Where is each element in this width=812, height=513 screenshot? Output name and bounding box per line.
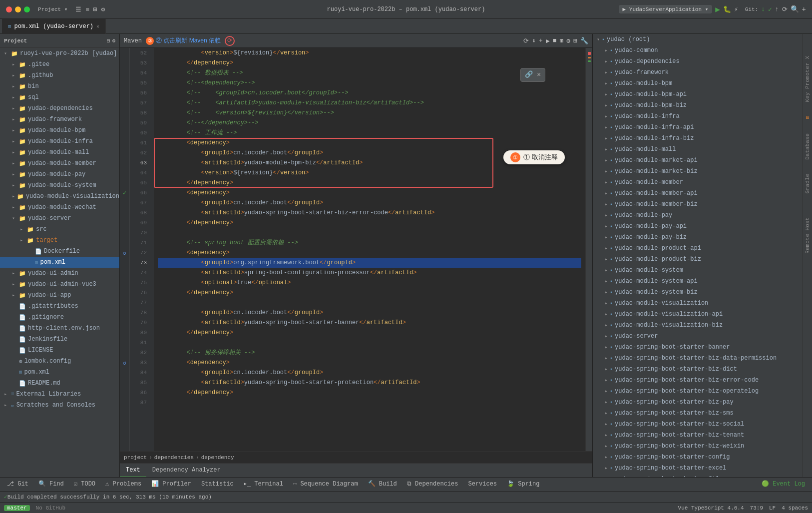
maven-refresh-callout[interactable]: ② ② 点击刷新 Maven 依赖 xyxy=(146,36,221,45)
maven-item-member-api[interactable]: ▸ ▪ yudao-module-member-api xyxy=(593,188,802,199)
maven-item-infra[interactable]: ▸ ▪ yudao-module-infra xyxy=(593,111,802,122)
maven-item-infra-api[interactable]: ▸ ▪ yudao-module-infra-api xyxy=(593,122,802,133)
tree-root[interactable]: ▾ 📁 ruoyi-vue-pro-2022b [yudao] xyxy=(0,48,119,59)
search-button[interactable]: 🔍 xyxy=(791,5,799,13)
maximize-button[interactable] xyxy=(24,6,30,12)
tree-item-wechat[interactable]: ▸ 📁 yudao-module-wechat xyxy=(0,202,119,213)
maven-side-label[interactable]: m xyxy=(804,114,812,121)
git-commit[interactable]: ✓ xyxy=(768,5,772,13)
maven-settings-icon[interactable]: ⚙ xyxy=(566,37,570,45)
maven-item-biz-social[interactable]: ▸ ▪ yudao-spring-boot-starter-biz-social xyxy=(593,419,802,430)
maven-item-deps[interactable]: ▸ ▪ yudao-dependencies xyxy=(593,56,802,67)
collapse-all-icon[interactable]: ⊟ xyxy=(107,37,110,44)
encoding-status[interactable]: LF xyxy=(769,505,776,511)
maven-item-pay-biz[interactable]: ▸ ▪ yudao-module-pay-biz xyxy=(593,232,802,243)
maven-download-icon[interactable]: ⬇ xyxy=(532,37,536,45)
database-side-label[interactable]: Database xyxy=(804,131,812,162)
tool-services[interactable]: Services xyxy=(463,478,502,492)
maven-run-icon[interactable]: ▶ xyxy=(546,37,550,45)
tool-find[interactable]: 🔍 Find xyxy=(33,478,69,492)
maven-item-root[interactable]: ▾ ▪ yudao (root) xyxy=(593,34,802,45)
tree-item-ui-admin-vue3[interactable]: ▸ 📁 yudao-ui-admin-vue3 xyxy=(0,279,119,290)
git-push[interactable]: ↑ xyxy=(775,5,779,13)
popup-link-icon[interactable]: 🔗 xyxy=(525,70,533,80)
tree-item-readme[interactable]: ▸ 📄 README.md xyxy=(0,378,119,389)
typescript-status[interactable]: Vue TypeScript 4.6.4 xyxy=(678,505,744,511)
maven-item-market-biz[interactable]: ▸ ▪ yudao-module-market-biz xyxy=(593,166,802,177)
tree-item-http-client[interactable]: ▸ 📄 http-client.env.json xyxy=(0,323,119,334)
tree-item-src[interactable]: ▸ 📁 src xyxy=(0,224,119,235)
maven-item-bpm-api[interactable]: ▸ ▪ yudao-module-bpm-api xyxy=(593,89,802,100)
tree-item-ui-admin[interactable]: ▸ 📁 yudao-ui-admin xyxy=(0,268,119,279)
tree-item-lombok[interactable]: ▸ ⚙ lombok.config xyxy=(0,356,119,367)
tree-item-system[interactable]: ▸ 📁 yudao-module-system xyxy=(0,180,119,191)
maven-item-bpm[interactable]: ▸ ▪ yudao-module-bpm xyxy=(593,78,802,89)
maven-item-member[interactable]: ▸ ▪ yudao-module-member xyxy=(593,177,802,188)
maven-m-icon[interactable]: m xyxy=(560,37,564,44)
maven-item-biz-error[interactable]: ▸ ▪ yudao-spring-boot-starter-biz-error-… xyxy=(593,375,802,386)
settings-button[interactable]: + xyxy=(802,5,806,13)
tree-item-target[interactable]: ▸ 📁 target xyxy=(0,235,119,246)
maven-item-config[interactable]: ▸ ▪ yudao-spring-boot-starter-config xyxy=(593,452,802,463)
popup-close-icon[interactable]: ✕ xyxy=(537,70,541,80)
tree-item-ui-app[interactable]: ▸ 📁 yudao-ui-app xyxy=(0,290,119,301)
maven-item-viz[interactable]: ▸ ▪ yudao-module-visualization xyxy=(593,298,802,309)
git-update[interactable]: ↓ xyxy=(761,5,765,13)
run-config-dropdown[interactable]: ▶ YudaoServerApplication ▾ xyxy=(619,5,713,13)
tree-item-framework[interactable]: ▸ 📁 yudao-framework xyxy=(0,114,119,125)
tree-item-gitattributes[interactable]: ▸ 📄 .gitattributes xyxy=(0,301,119,312)
tree-item-sql[interactable]: ▸ 📁 sql xyxy=(0,92,119,103)
maven-item-biz-operate[interactable]: ▸ ▪ yudao-spring-boot-starter-biz-operat… xyxy=(593,386,802,397)
tree-item-mall[interactable]: ▸ 📁 yudao-module-mall xyxy=(0,147,119,158)
tab-text[interactable]: Text xyxy=(120,464,146,478)
maven-item-system[interactable]: ▸ ▪ yudao-module-system xyxy=(593,265,802,276)
tree-item-infra[interactable]: ▸ 📁 yudao-module-infra xyxy=(0,136,119,147)
tool-sequence[interactable]: ↔ Sequence Diagram xyxy=(288,478,363,492)
maven-item-server[interactable]: ▸ ▪ yudao-server xyxy=(593,331,802,342)
maven-item-viz-api[interactable]: ▸ ▪ yudao-module-visualization-api xyxy=(593,309,802,320)
tab-dependency-analyzer[interactable]: Dependency Analyzer xyxy=(146,464,227,478)
tree-item-pay[interactable]: ▸ 📁 yudao-module-pay xyxy=(0,169,119,180)
tree-item-visualization[interactable]: ▸ 📁 yudao-module-visualization xyxy=(0,191,119,202)
tool-git[interactable]: ⎇ Git xyxy=(2,478,33,492)
maven-item-excel[interactable]: ▸ ▪ yudao-spring-boot-starter-excel xyxy=(593,463,802,474)
maven-item-system-api[interactable]: ▸ ▪ yudao-module-system-api xyxy=(593,276,802,287)
tree-item-gitignore[interactable]: ▸ 📄 .gitignore xyxy=(0,312,119,323)
tool-todo[interactable]: ☑ TODO xyxy=(69,478,100,492)
maven-item-viz-biz[interactable]: ▸ ▪ yudao-module-visualization-biz xyxy=(593,320,802,331)
maven-expand-icon[interactable]: ⊞ xyxy=(573,37,577,45)
spaces-status[interactable]: 4 spaces xyxy=(782,505,808,511)
maven-item-pay[interactable]: ▸ ▪ yudao-module-pay xyxy=(593,210,802,221)
maven-add-icon[interactable]: + xyxy=(539,37,543,44)
editor-tab-pom[interactable]: m pom.xml (yudao-server) ✕ xyxy=(2,19,106,34)
tool-event-log[interactable]: 🟢 Event Log xyxy=(757,478,810,492)
code-lines[interactable]: ① ① 取消注释 🔗 ✕ <version>${revision}</versi… xyxy=(154,48,585,451)
maven-item-biz-tenant[interactable]: ▸ ▪ yudao-spring-boot-starter-biz-tenant xyxy=(593,430,802,441)
maven-item-biz-data[interactable]: ▸ ▪ yudao-spring-boot-starter-biz-data-p… xyxy=(593,353,802,364)
remote-host-label[interactable]: Remote Host xyxy=(804,215,812,256)
tree-item-member[interactable]: ▸ 📁 yudao-module-member xyxy=(0,158,119,169)
tree-item-github[interactable]: ▸ 📁 .github xyxy=(0,70,119,81)
maven-item-mall[interactable]: ▸ ▪ yudao-module-mall xyxy=(593,144,802,155)
maven-item-infra-biz[interactable]: ▸ ▪ yudao-module-infra-biz xyxy=(593,133,802,144)
maven-item-market-api[interactable]: ▸ ▪ yudao-module-market-api xyxy=(593,155,802,166)
history-button[interactable]: ⟳ xyxy=(782,5,788,13)
minimize-button[interactable] xyxy=(15,6,21,12)
tree-item-pom-selected[interactable]: ▸ m pom.xml xyxy=(0,257,119,268)
maven-item-biz-sms[interactable]: ▸ ▪ yudao-spring-boot-starter-biz-sms xyxy=(593,408,802,419)
maven-item-product-api[interactable]: ▸ ▪ yudao-module-product-api xyxy=(593,243,802,254)
maven-reload-icon[interactable]: ⟳ xyxy=(523,37,529,45)
run-button[interactable]: ▶ xyxy=(715,4,720,14)
tool-terminal[interactable]: ▸_ Terminal xyxy=(239,478,288,492)
maven-item-framework[interactable]: ▸ ▪ yudao-framework xyxy=(593,67,802,78)
coverage-button[interactable]: ⚡ xyxy=(734,5,738,13)
gradle-side-label[interactable]: Gradle xyxy=(804,172,812,196)
tool-spring[interactable]: 🍃 Spring xyxy=(502,478,544,492)
tree-item-dockerfile[interactable]: ▸ 📄 Dockerfile xyxy=(0,246,119,257)
maven-item-member-biz[interactable]: ▸ ▪ yudao-module-member-biz xyxy=(593,199,802,210)
breadcrumb-dependencies[interactable]: dependencies xyxy=(154,455,194,461)
tab-close-button[interactable]: ✕ xyxy=(96,23,99,29)
tree-item-pom-root[interactable]: ▸ m pom.xml xyxy=(0,367,119,378)
tree-item-gitee[interactable]: ▸ 📁 .gitee xyxy=(0,59,119,70)
tree-item-server[interactable]: ▾ 📁 yudao-server xyxy=(0,213,119,224)
